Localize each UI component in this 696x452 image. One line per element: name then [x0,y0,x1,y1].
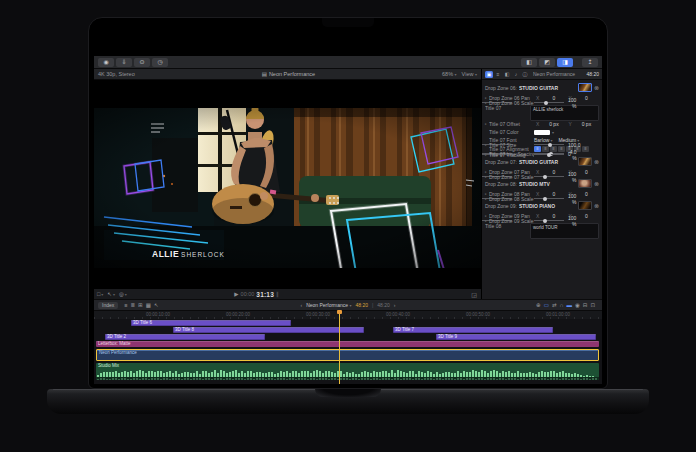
param-slider[interactable] [534,220,564,221]
inspector-body: Drop Zone 06:STUDIO GUITAR⊗▸Drop Zone 06… [482,80,602,299]
clip-appearance-group: ≡≣⊞▦↖ [124,302,161,308]
dropzone-thumbnail[interactable] [578,83,592,92]
timeline-clip-title[interactable]: 3D Title 7 [393,327,553,333]
title-text-field[interactable]: ALLIE sherlock [530,105,599,121]
timeline-project-dropdown[interactable]: Neon Performance ▾ [306,302,351,308]
background-tasks-icon[interactable]: ◷ [152,58,168,67]
timeline-ruler[interactable]: 00:00:10:0000:00:20:0000:00:30:0000:00:4… [94,310,602,319]
clip-appearance-icon[interactable]: ⊞ [138,302,143,308]
browser-toggle-icon[interactable]: ◧ [521,58,537,67]
inspector-toggle-icon[interactable]: ◨ [557,58,573,67]
playhead[interactable] [339,310,340,384]
param-value[interactable]: 100.0 [568,142,581,148]
filmstrip-icon[interactable]: ▦ [146,302,151,308]
append-edit-icon[interactable]: ⇄ [552,302,557,308]
record-voiceover-icon[interactable]: ◉ [575,302,580,308]
arrow-tool-icon[interactable]: ↖ [154,302,159,308]
dropzone-thumbnail[interactable] [578,179,592,188]
param-label: Title 07 Color [489,129,534,135]
reset-icon[interactable]: ⊗ [594,180,599,187]
timeline-clip-letterbox[interactable]: Letterbox: Matte [96,341,599,347]
slider-knob[interactable] [543,219,547,223]
clip-height-icon-1[interactable]: ≡ [124,302,127,308]
timeline-clip-title[interactable]: 3D Title 2 [105,334,265,340]
zoom-level-dropdown[interactable]: 68% ▾ [442,71,457,77]
keyword-editor-icon[interactable]: ⊙ [134,58,150,67]
color-swatch[interactable] [534,130,550,135]
slider-knob[interactable] [544,101,548,105]
video-inspector-tab[interactable]: ▣ [485,71,493,78]
reset-icon[interactable]: ⊗ [594,84,599,91]
timecode-value: 31:13 [256,291,274,298]
timeline-clip-title[interactable]: 3D Title 9 [436,334,596,340]
align-icon-2[interactable]: ≡ [542,146,549,152]
clip-appearance-tool-icon[interactable]: □▾ [97,291,103,297]
param-slider[interactable] [534,198,564,199]
timeline-edit-buttons: ⊕▭⇄∩▬◉⊟⊡ [536,302,598,308]
view-dropdown[interactable]: View ▾ [462,71,477,77]
inspector-row-text: Title 07ALLIE sherlock [482,103,602,120]
playhead-handle[interactable] [337,310,342,314]
param-value[interactable]: 100 % [568,171,576,183]
generator-inspector-tab[interactable]: ◧ [503,71,511,78]
trim-icon[interactable]: ▬ [566,302,572,308]
play-icon[interactable]: ▶ [234,291,238,297]
viewer-expand-icon[interactable]: ◲ [471,291,477,298]
audio-meters-icon[interactable]: ∥ [276,291,279,297]
transport-tools: □▾↖▾◎▾ [97,291,131,297]
x-value-field[interactable]: 0 px [541,121,566,127]
import-icon[interactable]: ⇩ [116,58,132,67]
align-icon-4[interactable]: ≡ [558,146,565,152]
reset-icon[interactable]: ⊗ [594,158,599,165]
slider-knob[interactable] [548,143,552,147]
next-project-icon[interactable]: › [394,302,396,308]
media-import-icon[interactable]: ◉ [98,58,114,67]
dropzone-thumbnail[interactable] [578,157,592,166]
share-icon[interactable]: ↥ [582,58,598,67]
align-icon-1[interactable]: ≡ [534,146,541,152]
timeline-clip-title[interactable]: 3D Title 6 [131,320,291,326]
y-value-field[interactable]: 0 [574,191,599,197]
overwrite-edit-icon[interactable]: ∩ [560,302,564,308]
dropzone-value: STUDIO GUITAR [519,85,578,91]
slider-knob[interactable] [543,197,547,201]
prev-project-icon[interactable]: ‹ [300,302,302,308]
select-tool-icon[interactable]: ↖▾ [107,291,115,297]
effects-browser-icon[interactable]: ⊟ [583,302,588,308]
title-text-field[interactable]: world TOUR [530,223,599,239]
param-value[interactable]: 100 % [568,97,576,109]
timeline-project-nav: ‹ Neon Performance ▾ 48:20 | 48:20 › [300,302,395,308]
inspector-tabs: ▣≡◧♪ⓘ [485,71,529,78]
param-slider[interactable] [534,144,564,145]
timeline-clip-audio[interactable]: Studio Mix [96,363,599,380]
connect-edit-icon[interactable]: ⊕ [536,302,541,308]
skimming-tool-icon[interactable]: ◎▾ [119,291,127,297]
slider-knob[interactable] [547,153,551,157]
inspector-duration: 48:20 [586,71,599,77]
timeline-clip-title[interactable]: 3D Title 8 [173,327,364,333]
param-value[interactable]: 100 % [568,193,576,205]
insert-edit-icon[interactable]: ▭ [544,302,549,308]
param-value[interactable]: -4.0 % [568,149,577,161]
y-value-field[interactable]: 0 px [574,121,599,127]
reset-icon[interactable]: ⊗ [594,202,599,209]
param-slider[interactable] [534,176,564,177]
slider-knob[interactable] [543,175,547,179]
param-slider[interactable] [534,102,564,103]
y-value-field[interactable]: 0 [574,95,599,101]
timecode-display: ▶ 00:00 31:13 ∥ [234,291,278,298]
clip-height-icon-2[interactable]: ≣ [130,302,135,308]
param-slider[interactable] [534,154,564,155]
timeline-clip-video[interactable]: Neon Performance [96,349,599,361]
fullscreen-icon[interactable]: ⊡ [590,302,595,308]
audio-inspector-tab[interactable]: ♪ [512,71,520,78]
timeline-toggle-icon[interactable]: ◩ [539,58,555,67]
info-inspector-tab[interactable]: ⓘ [521,71,529,78]
align-icon-7[interactable]: ≡ [582,146,589,152]
index-button[interactable]: Index [98,302,118,309]
text-inspector-tab[interactable]: ≡ [494,71,502,78]
y-value-field[interactable]: 0 [574,213,599,219]
dropzone-thumbnail[interactable] [578,201,592,210]
y-value-field[interactable]: 0 [574,169,599,175]
param-value[interactable]: 100 % [568,215,576,227]
